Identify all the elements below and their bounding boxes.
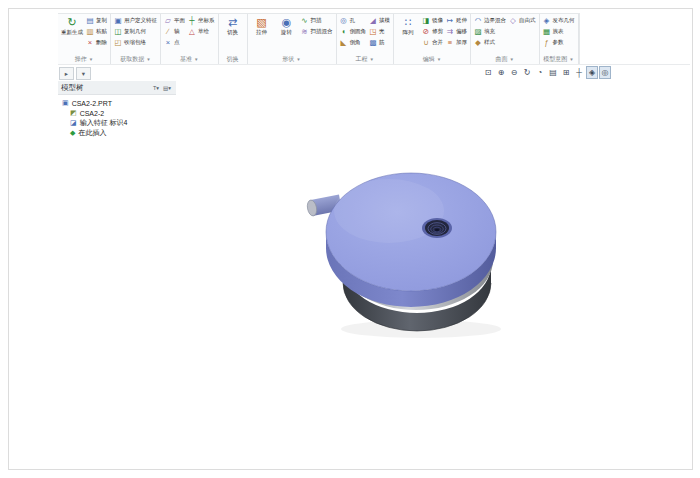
ribbon-button-thicken[interactable]: ≡加厚 [446, 37, 467, 48]
ribbon-button-rib[interactable]: ▩筋 [369, 37, 390, 48]
tree-item-part-root[interactable]: ▣CSA2-2.PRT [58, 98, 176, 108]
refit-button[interactable]: ⊡ [482, 66, 494, 79]
ribbon-button-plane[interactable]: ▱平面 [164, 15, 185, 26]
tree-item-part-body[interactable]: ◩CSA2-2 [58, 108, 176, 118]
ribbon-group-label[interactable]: 操作▼ [61, 54, 107, 64]
part-body-icon: ◩ [70, 109, 77, 117]
ribbon-button-regenerate[interactable]: ↻重新生成 [61, 15, 83, 36]
ribbon-button-extend[interactable]: ↦延伸 [446, 15, 467, 26]
graphics-area[interactable] [176, 81, 691, 456]
saved-orientations-button[interactable]: ▤ [547, 66, 559, 79]
sweep-icon: ∿ [301, 17, 309, 25]
ribbon-button-hole[interactable]: ◎孔 [340, 15, 367, 26]
ribbon-button-coordinate-system[interactable]: ┼坐标系 [188, 15, 215, 26]
ribbon-button-publish-geometry[interactable]: ◈发布几何 [543, 15, 575, 26]
ribbon-group-label[interactable]: 基准▼ [164, 54, 215, 64]
app-window: ↻重新生成▤复制▥粘贴×删除操作▼▣用户定义特征◫复制几何◰收缩包络获取数据▼▱… [8, 8, 693, 470]
axis-icon: ∕ [164, 28, 172, 36]
plane-icon: ▱ [164, 17, 172, 25]
model-center-hole[interactable] [422, 218, 452, 238]
mirror-icon: ◨ [422, 17, 430, 25]
select-filter-button[interactable]: ▾ [76, 67, 91, 80]
annotation-display-button[interactable]: ◈ [586, 66, 598, 79]
view-manager-button[interactable]: ⊞ [560, 66, 572, 79]
import-feature-icon: ◪ [70, 119, 77, 127]
ribbon-button-label: 偏移 [456, 28, 467, 35]
tree-settings-button[interactable]: ▤▾ [161, 85, 173, 91]
draft-icon: ◢ [369, 17, 377, 25]
paste-icon: ▥ [86, 28, 94, 36]
ribbon-button-chamfer[interactable]: ◣倒角 [340, 37, 367, 48]
tree-columns-button[interactable]: T▾ [151, 85, 161, 91]
ribbon-button-point[interactable]: ×点 [164, 37, 185, 48]
ribbon-group-label[interactable]: 曲面▼ [474, 54, 536, 64]
chamfer-icon: ◣ [340, 39, 348, 47]
boundary-blend-icon: ◠ [474, 17, 482, 25]
round-icon: ◖ [340, 28, 348, 36]
ribbon-button-shell[interactable]: ◳壳 [369, 26, 390, 37]
ribbon-button-label: 参数 [553, 39, 564, 46]
ribbon-button-axis[interactable]: ∕轴 [164, 26, 185, 37]
ribbon-group-label[interactable]: 编辑▼ [397, 54, 467, 64]
ribbon-button-style[interactable]: ◆样式 [474, 37, 506, 48]
ribbon-button-copy-geometry[interactable]: ◫复制几何 [114, 26, 157, 37]
ribbon-button-revolve[interactable]: ◉旋转 [276, 15, 298, 36]
ribbon-button-swept-blend[interactable]: ≋扫描混合 [301, 26, 333, 37]
tree-item-import-feature[interactable]: ◪输入特征 标识4 [58, 118, 176, 128]
ribbon-button-user-defined-feature[interactable]: ▣用户定义特征 [114, 15, 157, 26]
ribbon-group-label[interactable]: 模型意图▼ [543, 54, 575, 64]
view-toolbar: ⊡⊕⊖↻◔▤⊞┼◈◎ [482, 66, 611, 79]
ribbon-button-extrude[interactable]: ▧拉伸 [251, 15, 273, 36]
ribbon-button-label: 阵列 [403, 29, 414, 36]
ribbon-button-sketch[interactable]: △草绘 [188, 26, 215, 37]
ribbon-button-label: 加厚 [456, 39, 467, 46]
ribbon-button-label: 倒圆角 [350, 28, 367, 35]
spin-center-button[interactable]: ◎ [599, 66, 611, 79]
ribbon-group-1: ▣用户定义特征◫复制几何◰收缩包络获取数据▼ [111, 14, 161, 64]
repaint-button[interactable]: ↻ [521, 66, 533, 79]
ribbon-button-sweep[interactable]: ∿扫描 [301, 15, 333, 26]
coordinate-system-icon: ┼ [188, 17, 196, 25]
ribbon-button-draft[interactable]: ◢拔模 [369, 15, 390, 26]
ribbon-button-toggle[interactable]: ⇄切换 [222, 15, 244, 36]
ribbon-button-shrinkwrap[interactable]: ◰收缩包络 [114, 37, 157, 48]
ribbon-group-label[interactable]: 获取数据▼ [114, 54, 157, 64]
ribbon-button-fill[interactable]: ▨填充 [474, 26, 506, 37]
zoom-in-button[interactable]: ⊕ [495, 66, 507, 79]
merge-icon: ∪ [422, 39, 430, 47]
zoom-out-button[interactable]: ⊖ [508, 66, 520, 79]
ribbon-group-2: ▱平面∕轴×点┼坐标系△草绘基准▼ [161, 14, 219, 64]
ribbon-button-boundary-blend[interactable]: ◠边界混合 [474, 15, 506, 26]
ribbon-button-round[interactable]: ◖倒圆角 [340, 26, 367, 37]
group-dropdown-icon: ▼ [437, 57, 441, 62]
datum-display-button[interactable]: ┼ [573, 66, 585, 79]
ribbon-button-label: 复制 [96, 17, 107, 24]
ribbon-button-label: 壳 [379, 28, 385, 35]
ribbon-button-trim[interactable]: ⊘修剪 [422, 26, 443, 37]
display-style-button[interactable]: ◔ [534, 66, 546, 79]
group-dropdown-icon: ▼ [89, 57, 93, 62]
ribbon-button-merge[interactable]: ∪合并 [422, 37, 443, 48]
ribbon-button-freestyle[interactable]: ◇自由式 [509, 15, 536, 26]
ribbon-button-copy[interactable]: ▤复制 [86, 15, 107, 26]
ribbon-button-delete[interactable]: ×删除 [86, 37, 107, 48]
group-dropdown-icon: ▼ [146, 57, 150, 62]
ribbon-button-mirror[interactable]: ◨镜像 [422, 15, 443, 26]
tree-item-insert-here[interactable]: ◆在此插入 [58, 128, 176, 138]
ribbon-button-offset[interactable]: ⇉偏移 [446, 26, 467, 37]
ribbon-group-3: ⇄切换切换 [219, 14, 248, 64]
thicken-icon: ≡ [446, 39, 454, 47]
ribbon-button-pattern[interactable]: ∷阵列 [397, 15, 419, 36]
graphics-canvas[interactable] [249, 141, 569, 401]
ribbon-group-label[interactable]: 形状▼ [251, 54, 333, 64]
ribbon-group-label[interactable]: 工程▼ [340, 54, 391, 64]
ribbon-button-paste[interactable]: ▥粘贴 [86, 26, 107, 37]
ribbon-group-5: ◎孔◖倒圆角◣倒角◢拔模◳壳▩筋工程▼ [337, 14, 395, 64]
shell-icon: ◳ [369, 28, 377, 36]
ribbon-button-family-table[interactable]: ▦族表 [543, 26, 575, 37]
family-table-icon: ▦ [543, 28, 551, 36]
ribbon-group-label[interactable]: 切换 [222, 54, 244, 64]
navigator-toggle-button[interactable]: ▸ [59, 67, 74, 80]
tree-item-label: CSA2-2.PRT [72, 100, 112, 107]
ribbon-button-parameters[interactable]: ƒ参数 [543, 37, 575, 48]
